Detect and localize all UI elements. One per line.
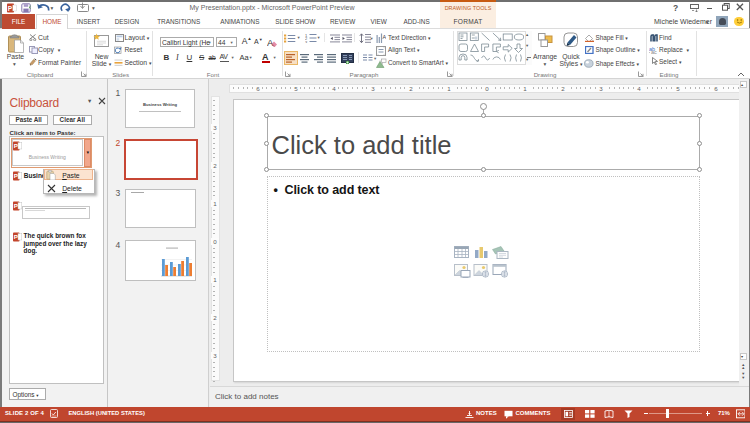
svg-text:P: P — [13, 172, 17, 179]
svg-text:3: 3 — [305, 40, 308, 44]
svg-text:ac: ac — [651, 49, 657, 54]
svg-text:P: P — [13, 202, 17, 209]
svg-text:A: A — [383, 34, 387, 40]
svg-text:P: P — [8, 4, 13, 11]
svg-text:P: P — [13, 233, 17, 240]
svg-text:P: P — [13, 142, 17, 149]
